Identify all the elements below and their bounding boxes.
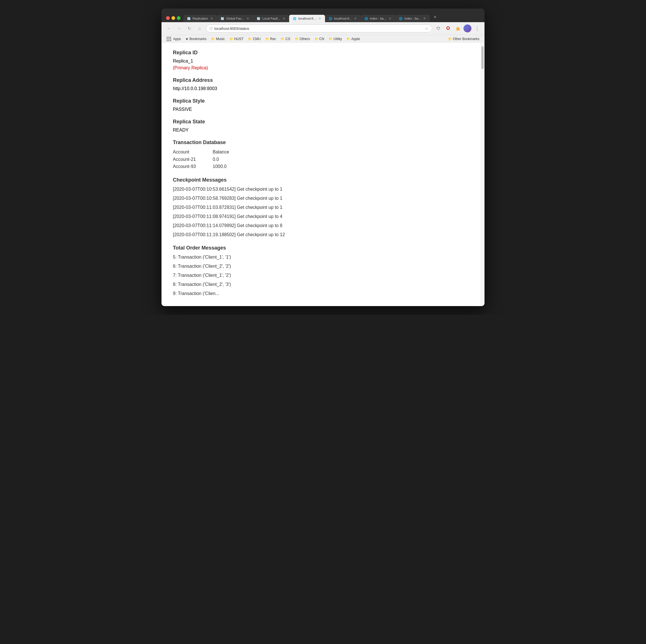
bm-hust[interactable]: 📁 HUST [228,36,245,41]
tab-title: localhost:8... [298,17,316,20]
replica-state-heading: Replica State [173,119,469,125]
order-msg-2: 6: Transaction ('Client_2', '2') [173,263,469,270]
bm-cs-label: CS [286,37,290,41]
browser-window: 🔄 Replication ✕ 🔄 Global Fau... ✕ 🔄 Loca… [162,9,484,306]
db-data-row-1: Account-21 0.0 [173,156,469,163]
bookmarks-label: Bookmarks [189,37,206,41]
apps-bookmark[interactable]: Apps [165,36,183,42]
lock-icon: ⓘ [210,26,213,31]
scrollbar-thumb[interactable] [481,46,483,69]
tab-favicon: 🌐 [328,16,332,20]
extension-icon[interactable]: O [444,24,452,32]
db-col-account-header: Account [173,148,201,156]
tab-localhost-active[interactable]: 🌐 localhost:8... ✕ [289,15,325,22]
checkpoint-msg-5: [2020-03-07T00:11:14.079992] Get checkpo… [173,222,469,229]
address-text[interactable]: localhost:8003/status [214,26,423,31]
folder-icon: 📁 [281,37,285,41]
replica-style-value: PASSIVE [173,107,469,112]
replica-address-value: http://10.0.0.198:8003 [173,86,469,91]
tab-strip: 🔄 Replication ✕ 🔄 Global Fau... ✕ 🔄 Loca… [165,11,481,22]
tab-close-icon[interactable]: ✕ [282,16,286,20]
bm-cn-label: CN [319,37,324,41]
tab-localhost-5[interactable]: 🌐 localhost:8... ✕ [325,15,361,22]
replica-address-heading: Replica Address [173,77,469,83]
close-button[interactable] [166,16,170,20]
replica-style-heading: Replica Style [173,98,469,104]
db-account-1: Account-21 [173,156,201,163]
db-header-row: Account Balance [173,148,469,156]
new-tab-button[interactable]: + [431,13,439,21]
bm-apple-label: Apple [351,37,360,41]
scrollbar[interactable] [480,43,484,306]
folder-icon: 📁 [211,37,215,41]
checkpoint-msg-1: [2020-03-07T00:10:53.661542] Get checkpo… [173,186,469,193]
menu-icon[interactable]: ⋮ [473,24,481,32]
tab-title: index - ba... [370,17,386,20]
bm-other-bookmarks[interactable]: 📁 Other Bookmarks [446,36,481,41]
replica-state-value: READY [173,128,469,133]
bm-utility-label: Utility [333,37,342,41]
forward-button[interactable]: → [175,24,183,32]
tab-title: Replication [193,17,208,20]
shield-icon[interactable]: 🛡 [434,24,442,32]
bm-cs[interactable]: 📁 CS [279,36,292,41]
home-button[interactable]: ⌂ [196,24,204,32]
tab-favicon: 🔄 [187,16,191,20]
tab-global-fault[interactable]: 🔄 Global Fau... ✕ [217,15,253,22]
bm-rec[interactable]: 📁 Rec [263,36,278,41]
tab-close-icon[interactable]: ✕ [388,16,392,20]
star-icon: ★ [185,37,189,41]
folder-icon: 📁 [448,37,452,41]
bm-apple[interactable]: 📁 Apple [345,36,362,41]
bm-music[interactable]: 📁 Music [209,36,226,41]
bm-cn[interactable]: 📁 CN [313,36,326,41]
bm-other-bookmarks-label: Other Bookmarks [453,37,479,41]
order-msg-3: 7: Transaction ('Client_1', '2') [173,272,469,279]
bookmarks-bar: Apps ★ Bookmarks 📁 Music 📁 HUST 📁 CMU 📁 … [162,35,484,43]
total-order-heading: Total Order Messages [173,245,469,251]
wallet-icon[interactable]: ▣ [454,24,462,32]
profile-avatar[interactable] [463,24,471,32]
bm-cmu-label: CMU [253,37,260,41]
back-button[interactable]: ← [165,24,173,32]
transaction-db-heading: Transaction Database [173,140,469,145]
address-bar[interactable]: ⓘ localhost:8003/status ☆ [206,24,432,32]
db-data-row-2: Account-93 1000.0 [173,163,469,170]
apps-label: Apps [173,37,181,41]
bm-cmu[interactable]: 📁 CMU [246,36,262,41]
page-content: Replica ID Replica_1 (Primary Replica) R… [162,43,480,306]
nav-bar: ← → ↻ ⌂ ⓘ localhost:8003/status ☆ 🛡 O ▣ … [162,22,484,35]
bm-others-label: Others [300,37,310,41]
apps-grid-icon [167,37,171,41]
bookmark-star-icon[interactable]: ☆ [425,26,428,31]
tab-close-icon[interactable]: ✕ [318,16,322,20]
bookmarks-star-item[interactable]: ★ Bookmarks [184,36,208,41]
checkpoint-msg-4: [2020-03-07T00:11:08.974191] Get checkpo… [173,213,469,220]
tab-title: index - ba... [404,17,421,20]
folder-icon: 📁 [265,37,269,41]
tab-replication[interactable]: 🔄 Replication ✕ [183,15,217,22]
minimize-button[interactable] [172,16,175,20]
db-col-balance-header: Balance [213,148,241,156]
replica-id-value: Replica_1 [173,58,469,63]
traffic-lights [165,16,183,22]
checkpoint-heading: Checkpoint Messages [173,177,469,183]
reload-button[interactable]: ↻ [185,24,193,32]
tab-local-fault[interactable]: 🔄 Local Fault... ✕ [253,15,289,22]
folder-icon: 📁 [248,37,252,41]
tab-index-6[interactable]: 🌐 index - ba... ✕ [361,15,395,22]
db-balance-2: 1000.0 [213,163,241,170]
bm-utility[interactable]: 📁 Utility [327,36,343,41]
tab-index-7[interactable]: 🌐 index - ba... ✕ [395,15,430,22]
transaction-db-table: Account Balance Account-21 0.0 Account-9… [173,148,469,170]
tab-close-icon[interactable]: ✕ [210,16,214,20]
tab-close-icon[interactable]: ✕ [246,16,250,20]
tab-close-icon[interactable]: ✕ [353,16,357,20]
tab-favicon: 🔄 [256,16,260,20]
maximize-button[interactable] [177,16,181,20]
checkpoint-msg-6: [2020-03-07T00:11:19.188502] Get checkpo… [173,231,469,238]
order-msg-4: 8: Transaction ('Client_2', '3') [173,281,469,288]
title-bar: 🔄 Replication ✕ 🔄 Global Fau... ✕ 🔄 Loca… [162,9,484,22]
bm-others[interactable]: 📁 Others [293,36,312,41]
tab-close-icon[interactable]: ✕ [423,16,427,20]
